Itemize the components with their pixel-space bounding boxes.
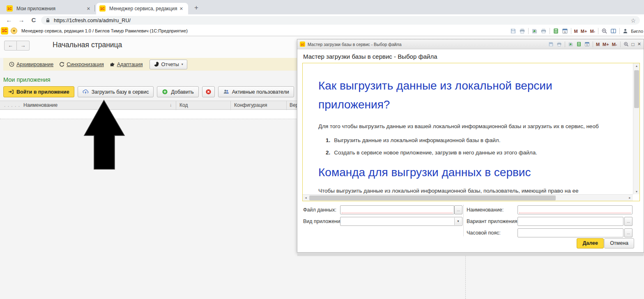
file-input[interactable] <box>340 206 454 214</box>
memory-m-button[interactable]: M <box>596 42 600 47</box>
scroll-right-icon[interactable]: ► <box>628 195 631 201</box>
calculator-icon[interactable] <box>576 41 582 47</box>
url-text[interactable]: https://1cfresh.com/a/adm/ru_RU/ <box>54 18 630 23</box>
adaptation-link[interactable]: Адаптация <box>110 62 143 67</box>
browser-tab-my-apps[interactable]: 1С Мои приложения ✕ <box>3 3 95 14</box>
column-header-name[interactable]: Наименование <box>23 102 58 108</box>
variant-browse-button[interactable]: ... <box>624 217 632 226</box>
1c-favicon: 1С <box>7 5 13 12</box>
cancel-button[interactable]: Отмена <box>604 238 634 248</box>
toolbar-separator <box>593 41 593 47</box>
application-kind-input[interactable] <box>340 217 462 225</box>
variant-input[interactable] <box>518 217 623 225</box>
file-field-label: Файл данных: <box>303 207 336 213</box>
upload-button-label: Загрузить базу в сервис <box>92 89 149 95</box>
calculator-icon[interactable] <box>553 28 559 34</box>
nav-back-button[interactable]: ← <box>4 41 17 51</box>
scroll-left-icon[interactable]: ◄ <box>304 195 307 201</box>
user-name-label[interactable]: Бигло <box>631 29 643 34</box>
calendar-icon[interactable]: 31 <box>562 28 568 34</box>
sync-link-label[interactable]: Синхронизация <box>67 62 104 67</box>
application-kind-combo[interactable]: ▾ <box>340 217 462 226</box>
nav-forward-button[interactable]: → <box>17 41 30 51</box>
column-separator <box>286 101 287 110</box>
add-button[interactable]: Добавить <box>157 86 198 97</box>
doc-heading-2: Команда для выгрузки данных в сервис <box>318 163 630 182</box>
browser-tab-service-manager[interactable]: 1С Менеджер сервиса, редакция 1 ✕ <box>96 3 188 14</box>
file-browse-button[interactable]: ... <box>454 205 462 214</box>
adaptation-link-label[interactable]: Адаптация <box>117 62 143 67</box>
login-icon <box>8 89 14 94</box>
reports-button[interactable]: Отчеты ▾ <box>150 60 187 69</box>
doc-heading-1: Как выгрузить данные из локальной версии… <box>318 76 614 114</box>
doc-list-item-1: 1.Выгрузить данные из локальной информац… <box>326 137 500 143</box>
maximize-icon[interactable]: □ <box>632 41 635 47</box>
dialog-bottom-strip <box>297 253 644 256</box>
memory-m-minus-button[interactable]: M- <box>612 42 617 47</box>
print-icon[interactable] <box>519 28 525 34</box>
active-users-button-label: Активные пользователи <box>232 89 289 95</box>
doc-paragraph-1: Для того чтобы выгрузить данные из вашей… <box>318 123 633 129</box>
dialog-titlebar[interactable]: 1С Мастер загрузки базы в сервис - Выбор… <box>297 39 644 49</box>
upload-base-button[interactable]: Загрузить базу в сервис <box>78 86 154 97</box>
browser-back-icon[interactable]: ← <box>5 16 13 24</box>
bookmark-star-icon[interactable]: ☆ <box>630 17 636 24</box>
memory-m-minus-button[interactable]: M- <box>590 29 595 34</box>
browser-reload-icon[interactable]: C <box>30 16 38 24</box>
tab-close-icon[interactable]: ✕ <box>178 5 185 12</box>
active-users-button[interactable]: Активные пользователи <box>218 86 294 97</box>
close-icon[interactable]: ✕ <box>637 41 641 47</box>
column-header-config[interactable]: Конфигурация <box>234 102 267 108</box>
app-header: 1С ▾ Менеджер сервиса, редакция 1.0 / Би… <box>0 26 644 36</box>
vertical-scrollbar[interactable]: ▲ ▼ <box>633 63 639 194</box>
archive-link-label[interactable]: Архивирование <box>16 62 53 67</box>
refresh-icon <box>59 62 64 67</box>
memory-m-button[interactable]: M <box>574 29 578 34</box>
address-bar[interactable]: https://1cfresh.com/a/adm/ru_RU/ ☆ <box>41 16 640 25</box>
save-icon[interactable] <box>548 41 554 47</box>
memory-m-plus-button[interactable]: M+ <box>603 42 609 47</box>
file-field[interactable] <box>340 205 454 214</box>
delete-button[interactable] <box>202 86 215 97</box>
name-field[interactable] <box>518 205 632 214</box>
save-to-file-icon[interactable] <box>531 28 538 34</box>
save-icon[interactable] <box>510 28 516 34</box>
print-icon[interactable] <box>557 41 562 47</box>
add-button-label: Добавить <box>171 89 193 95</box>
zoom-icon[interactable] <box>623 41 629 47</box>
combo-dropdown-icon[interactable]: ▾ <box>454 218 462 225</box>
send-print-icon[interactable] <box>540 28 547 34</box>
red-cross-icon <box>205 89 212 95</box>
next-button[interactable]: Далее <box>577 238 604 248</box>
calendar-icon[interactable]: 31 <box>584 41 590 47</box>
login-to-app-button[interactable]: Войти в приложение <box>3 86 74 97</box>
tab-close-icon[interactable]: ✕ <box>85 5 92 12</box>
timezone-browse-button[interactable]: ... <box>624 228 632 237</box>
user-icon[interactable] <box>623 28 628 34</box>
main-menu-button[interactable]: ▾ <box>11 28 17 34</box>
zoom-icon[interactable] <box>601 28 607 34</box>
timezone-field[interactable] <box>518 228 623 237</box>
doc-paragraph-2: Чтобы выгрузить данные из локальной инфо… <box>318 188 633 194</box>
kind-field-label: Вид приложения: <box>303 218 344 224</box>
column-header-code[interactable]: Код <box>179 102 188 108</box>
column-separator <box>176 101 176 110</box>
save-to-file-icon[interactable] <box>568 41 573 47</box>
memory-m-plus-button[interactable]: M+ <box>581 29 587 34</box>
horizontal-scrollbar[interactable]: ◄ ► <box>303 194 633 201</box>
new-tab-button[interactable]: + <box>191 3 201 13</box>
timezone-input[interactable] <box>518 229 623 237</box>
archive-link[interactable]: Архивирование <box>9 62 53 67</box>
name-input[interactable] <box>518 206 632 214</box>
browser-forward-icon[interactable]: → <box>17 16 25 24</box>
sort-descending-icon[interactable]: ↓ <box>170 102 172 107</box>
variant-field[interactable] <box>518 217 623 226</box>
dialog-toolbar: 31 M M+ M- □ ✕ <box>548 41 641 47</box>
sync-link[interactable]: Синхронизация <box>59 62 104 67</box>
scroll-down-icon[interactable]: ▼ <box>633 190 640 193</box>
horizontal-scroll-thumb[interactable] <box>309 196 556 200</box>
variant-field-label: Вариант приложения: <box>467 218 519 224</box>
scroll-up-icon[interactable]: ▲ <box>633 64 640 67</box>
vertical-scroll-thumb[interactable] <box>634 70 639 108</box>
split-window-icon[interactable] <box>610 28 616 34</box>
